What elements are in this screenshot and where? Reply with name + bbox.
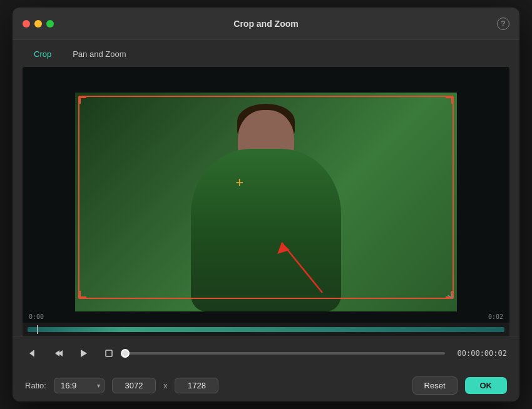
svg-marker-4 [29,350,34,356]
svg-rect-9 [106,350,112,356]
crop-zoom-dialog: Crop and Zoom ? Crop Pan and Zoom [13,8,519,401]
title-bar: Crop and Zoom ? [13,8,519,40]
crosshair: + [235,176,243,189]
preview-timecode-right: 0:02 [488,313,503,320]
ratio-select[interactable]: 16:9 4:3 1:1 9:16 Custom [54,378,105,393]
step-back-button[interactable] [25,345,43,362]
timeline-bar[interactable] [28,327,504,332]
play-button[interactable] [75,345,93,362]
scrubber-track[interactable] [125,352,445,355]
width-input[interactable] [112,378,156,393]
dimension-separator: x [163,381,168,390]
tab-crop[interactable]: Crop [25,46,60,62]
controls-bar: 00:00:00:02 [13,336,519,369]
help-button[interactable]: ? [497,18,509,30]
video-content: + [75,93,457,311]
bottom-bar: Ratio: 16:9 4:3 1:1 9:16 Custom ▾ x Rese… [13,369,519,401]
resize-handle[interactable] [442,288,457,303]
scrubber-thumb[interactable] [121,349,130,358]
preview-timecode-left: 0:00 [29,313,44,320]
maximize-button[interactable] [46,20,54,28]
window-title: Crop and Zoom [233,19,298,29]
close-button[interactable] [23,20,30,28]
video-frame: + [23,67,509,336]
scrubber-container[interactable] [125,352,445,355]
traffic-lights [23,20,54,28]
reset-button[interactable]: Reset [412,376,458,395]
preview-area[interactable]: + [23,67,509,336]
ratio-wrapper: 16:9 4:3 1:1 9:16 Custom ▾ [54,378,105,393]
stop-button[interactable] [100,345,118,362]
timecode-display: 00:00:00:02 [458,349,507,358]
minimize-button[interactable] [34,20,42,28]
svg-marker-8 [81,350,87,357]
frame-back-button[interactable] [50,345,68,362]
height-input[interactable] [175,378,218,393]
timeline-playhead [37,325,38,334]
ratio-label: Ratio: [25,381,46,390]
timeline-strip [23,323,509,336]
tabs-container: Crop Pan and Zoom [13,40,519,62]
tab-pan-zoom[interactable]: Pan and Zoom [64,46,135,62]
person [185,99,347,311]
ok-button[interactable]: OK [465,377,508,394]
